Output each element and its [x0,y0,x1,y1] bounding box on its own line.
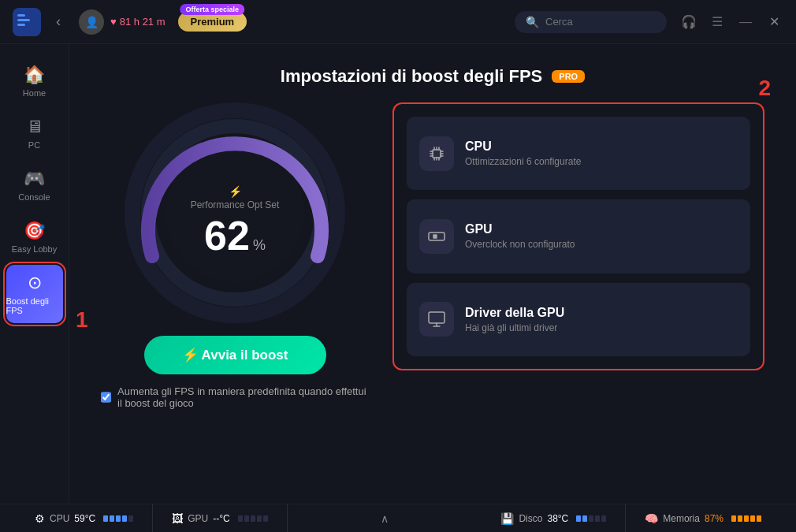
console-icon: 🎮 [24,169,45,189]
status-disk-bars [576,515,606,522]
status-gpu: 🖼 GPU --°C [153,504,287,532]
status-memory: 🧠 Memoria 87% [626,504,780,532]
gauge-inner: ⚡ Performance Opt Set 62 % [191,185,280,256]
statusbar: ⚙ CPU 59°C 🖼 GPU --°C ∧ 💾 Disco 38°C [0,504,796,532]
bar-3 [744,515,749,522]
boost-fps-icon: ⊙ [28,273,42,293]
close-button[interactable]: ✕ [764,13,783,32]
titlebar: ‹ 👤 ♥ 81 h 21 m Offerta speciale Premium… [0,0,796,44]
gpu-driver-card-text: Driver della GPU Hai già gli ultimi driv… [465,306,564,333]
pro-badge: PRO [552,70,585,83]
gpu-driver-title: Driver della GPU [465,306,564,320]
bar-5 [263,515,268,522]
status-memory-label: Memoria [663,513,700,524]
gauge-unit: % [253,237,266,254]
boost-section: ⚡ Avvia il boost Aumenta gli FPS in mani… [101,336,369,409]
cpu-card-text: CPU Ottimizzazioni 6 configurate [465,140,581,167]
svg-rect-10 [429,312,444,323]
gauge-container: ⚡ Performance Opt Set 62 % ⚡ Avvia il bo… [101,102,369,409]
chevron-up-area: ∧ [288,512,482,525]
bolt-icon: ⚡ [229,185,242,198]
bar-2 [110,515,114,522]
sidebar-item-easy-lobby[interactable]: 🎯 Easy Lobby [6,213,63,262]
search-icon: 🔍 [526,16,539,28]
main-content: Impostazioni di boost degli FPS PRO [69,44,796,504]
chevron-up-icon[interactable]: ∧ [381,512,389,525]
annotation-2: 2 [758,76,771,101]
boost-button[interactable]: ⚡ Avvia il boost [144,336,326,374]
gpu-title: GPU [465,222,575,236]
status-disk-icon: 💾 [500,512,514,525]
status-memory-value: 87% [705,513,723,524]
user-section: 👤 ♥ 81 h 21 m [79,9,166,35]
sidebar-label-console: Console [18,192,50,202]
svg-rect-9 [433,235,437,238]
status-gpu-label: GPU [188,513,208,524]
sidebar-item-home[interactable]: 🏠 Home [6,57,63,106]
status-disk-label: Disco [519,513,542,524]
sidebar-label-home: Home [23,88,46,98]
bar-1 [731,515,736,522]
svg-rect-1 [17,14,25,17]
status-memory-bars [731,515,761,522]
status-cpu: ⚙ CPU 59°C [16,504,153,532]
sidebar: 🏠 Home 🖥 PC 🎮 Console 🎯 Easy Lobby ⊙ Boo… [0,44,69,504]
bar-4 [750,515,755,522]
page-title-area: Impostazioni di boost degli FPS PRO [281,66,585,87]
offerta-badge: Offerta speciale [180,4,245,15]
premium-button[interactable]: Offerta speciale Premium [178,12,247,32]
bar-1 [238,515,243,522]
status-cpu-value: 59°C [74,513,95,524]
avatar: 👤 [79,9,104,35]
gpu-subtitle: Overclock non configurato [465,239,575,250]
status-disk-value: 38°C [547,513,568,524]
bar-3 [116,515,121,522]
heart-icon: ♥ [110,16,117,28]
sidebar-label-boost-fps: Boost degli FPS [6,296,63,315]
minimize-button[interactable]: — [736,13,755,32]
cpu-icon [419,136,454,171]
right-panel: 2 CPU Ottimizzazioni 6 configurate [392,102,764,370]
bar-2 [244,515,249,522]
bar-3 [589,515,593,522]
bar-3 [251,515,255,522]
bar-4 [122,515,127,522]
sidebar-label-pc: PC [28,140,40,150]
sidebar-item-pc[interactable]: 🖥 PC [6,109,63,158]
sidebar-item-console[interactable]: 🎮 Console [6,161,63,210]
svg-rect-0 [13,8,41,36]
search-input[interactable] [545,16,656,28]
gpu-icon [419,219,454,254]
easy-lobby-icon: 🎯 [24,221,45,241]
status-disk: 💾 Disco 38°C [482,504,626,532]
bar-2 [738,515,742,522]
status-gpu-value: --°C [213,513,229,524]
fps-checkbox[interactable] [101,391,111,404]
status-cpu-bars [103,515,133,522]
back-button[interactable]: ‹ [47,11,69,33]
gpu-driver-subtitle: Hai già gli ultimi driver [465,322,564,333]
fps-checkbox-label: Aumenta gli FPS in maniera predefinita q… [117,385,369,409]
health-value: 81 h 21 m [120,16,166,28]
boost-checkbox-row: Aumenta gli FPS in maniera predefinita q… [101,385,369,409]
gauge-value: 62 [204,215,250,256]
gpu-card-text: GPU Overclock non configurato [465,222,575,250]
pc-icon: 🖥 [26,117,43,137]
bar-5 [757,515,761,522]
svg-rect-3 [17,24,25,26]
sidebar-item-boost-fps[interactable]: ⊙ Boost degli FPS [6,265,63,323]
cpu-card[interactable]: CPU Ottimizzazioni 6 configurate [407,117,750,190]
headset-icon[interactable]: 🎧 [679,13,698,32]
page-title: Impostazioni di boost degli FPS [281,66,542,87]
svg-rect-7 [433,150,441,158]
premium-label: Premium [191,16,235,28]
search-bar[interactable]: 🔍 [515,11,667,33]
status-cpu-label: CPU [50,513,69,524]
list-icon[interactable]: ☰ [708,13,727,32]
cpu-subtitle: Ottimizzazioni 6 configurate [465,156,581,167]
gpu-card[interactable]: GPU Overclock non configurato [407,199,750,273]
content-area: ⚡ Performance Opt Set 62 % ⚡ Avvia il bo… [69,102,796,409]
gpu-driver-card[interactable]: Driver della GPU Hai già gli ultimi driv… [407,283,750,356]
bar-5 [128,515,133,522]
bar-4 [257,515,262,522]
